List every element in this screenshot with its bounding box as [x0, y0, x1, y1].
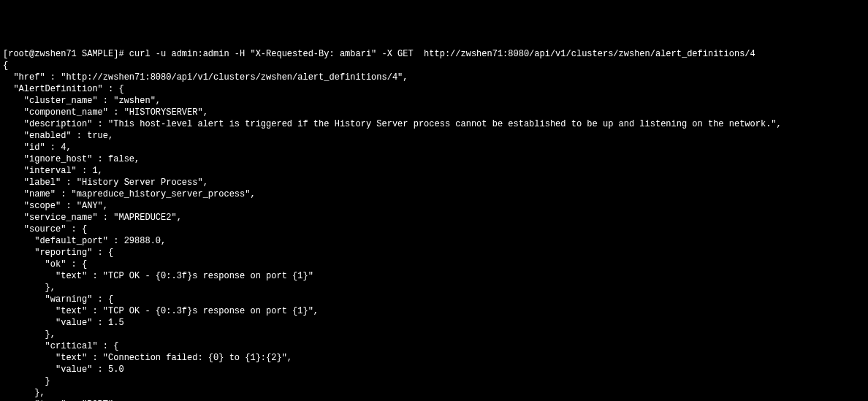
output-line: "interval" : 1, — [3, 166, 103, 176]
output-line: "critical" : { — [3, 341, 118, 351]
output-line: "label" : "History Server Process", — [3, 177, 208, 188]
output-line: "value" : 5.0 — [3, 364, 124, 375]
output-line: "text" : "TCP OK - {0:.3f}s response on … — [3, 306, 319, 316]
output-line: "reporting" : { — [3, 248, 113, 258]
output-line: "service_name" : "MAPREDUCE2", — [3, 213, 182, 223]
output-line: "scope" : "ANY", — [3, 201, 108, 211]
shell-prompt: [root@zwshen71 SAMPLE]# — [3, 49, 129, 59]
output-line: "name" : "mapreduce_history_server_proce… — [3, 189, 256, 199]
output-line: } — [3, 376, 50, 386]
output-line: "ignore_host" : false, — [3, 154, 140, 164]
output-line: "description" : "This host-level alert i… — [3, 119, 782, 129]
terminal-window[interactable]: [root@zwshen71 SAMPLE]# curl -u admin:ad… — [3, 48, 865, 401]
output-line: }, — [3, 329, 56, 340]
output-line: "id" : 4, — [3, 142, 72, 153]
output-line: "enabled" : true, — [3, 131, 113, 141]
output-line: "href" : "http://zwshen71:8080/api/v1/cl… — [3, 72, 408, 83]
output-line: "cluster_name" : "zwshen", — [3, 96, 161, 106]
output-line: "component_name" : "HISTORYSERVER", — [3, 107, 208, 118]
output-line: "warning" : { — [3, 294, 113, 305]
output-line: "ok" : { — [3, 259, 87, 270]
output-line: }, — [3, 283, 56, 293]
output-line: "text" : "Connection failed: {0} to {1}:… — [3, 353, 292, 363]
output-line: "text" : "TCP OK - {0:.3f}s response on … — [3, 271, 313, 281]
output-line: "default_port" : 29888.0, — [3, 236, 166, 246]
curl-command: curl -u admin:admin -H "X-Requested-By: … — [129, 49, 755, 59]
output-line: { — [3, 61, 8, 71]
output-line: "AlertDefinition" : { — [3, 84, 124, 94]
output-line: }, — [3, 388, 45, 398]
output-line: "value" : 1.5 — [3, 318, 124, 328]
output-line: "source" : { — [3, 224, 87, 234]
